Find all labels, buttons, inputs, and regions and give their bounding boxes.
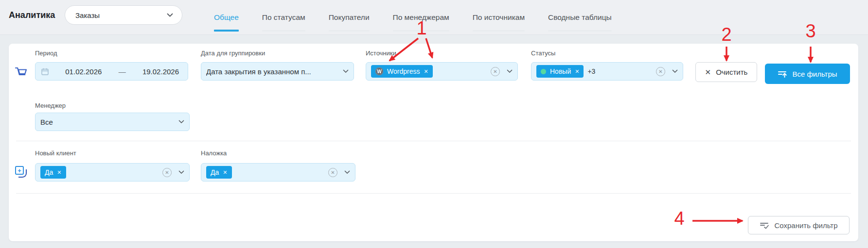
filter-save-icon <box>760 221 769 230</box>
period-label: Период <box>35 50 57 57</box>
chevron-down-icon <box>344 170 350 174</box>
report-select-value: Заказы <box>75 11 167 19</box>
period-field[interactable]: 01.02.2026 — 19.02.2026 <box>35 62 188 81</box>
clear-field-icon[interactable]: ✕ <box>328 168 337 177</box>
filter-expand-icon <box>778 70 787 78</box>
calendar-icon <box>41 68 49 75</box>
clear-field-icon[interactable]: ✕ <box>162 168 172 177</box>
page-title: Аналитика <box>9 10 55 20</box>
analytics-screen: Аналитика Заказы Общее По статусам Покуп… <box>0 0 868 248</box>
tabs-nav: Общее По статусам Покупатели По менеджер… <box>214 0 612 34</box>
cod-label: Наложка <box>201 149 227 157</box>
period-separator: — <box>119 67 126 76</box>
chevron-down-icon <box>672 69 678 73</box>
group-date-label: Дата для группировки <box>201 50 265 57</box>
statuses-label: Статусы <box>531 50 555 57</box>
new-client-multiselect[interactable]: Да ✕ ✕ <box>35 163 190 182</box>
tab-pivot-tables[interactable]: Сводные таблицы <box>548 0 612 34</box>
tab-by-status[interactable]: По статусам <box>262 0 305 34</box>
new-client-label: Новый клиент <box>35 149 76 157</box>
tab-by-sources[interactable]: По источникам <box>473 0 525 34</box>
period-from: 01.02.2026 <box>65 67 102 76</box>
remove-tag-icon[interactable]: ✕ <box>57 169 61 176</box>
sources-label: Источники <box>366 50 396 57</box>
group-date-select[interactable]: Дата закрытия в указанном п... <box>201 62 354 81</box>
close-icon: ✕ <box>705 68 711 77</box>
clear-field-icon[interactable]: ✕ <box>491 67 500 76</box>
section-divider <box>16 193 851 194</box>
filter-tag-new-status: Новый ✕ <box>536 65 584 78</box>
tab-buyers[interactable]: Покупатели <box>329 0 370 34</box>
tag-label: Да <box>211 168 219 176</box>
chevron-down-icon <box>507 69 513 73</box>
tag-label: Да <box>45 168 53 176</box>
manager-label: Менеджер <box>35 102 66 109</box>
manager-value: Все <box>40 118 53 126</box>
statuses-more-count: +3 <box>587 67 595 75</box>
cod-multiselect[interactable]: Да ✕ ✕ <box>201 163 355 182</box>
filter-tag-yes: Да ✕ <box>40 166 66 179</box>
statuses-multiselect[interactable]: Новый ✕ +3 ✕ <box>531 62 683 81</box>
filters-panel: Период Дата для группировки Источники Ст… <box>9 44 858 241</box>
all-filters-button[interactable]: Все фильтры <box>765 64 850 84</box>
status-dot-icon <box>541 69 546 74</box>
sources-multiselect[interactable]: W Wordpress ✕ ✕ <box>366 62 518 81</box>
section-divider <box>16 141 851 141</box>
remove-tag-icon[interactable]: ✕ <box>223 169 227 176</box>
tab-general[interactable]: Общее <box>214 0 239 34</box>
clear-field-icon[interactable]: ✕ <box>656 67 665 76</box>
save-filter-button[interactable]: Сохранить фильтр <box>748 216 850 234</box>
orders-cart-icon <box>15 66 28 79</box>
period-to: 19.02.2026 <box>142 67 179 76</box>
clear-filters-button[interactable]: ✕ Очистить <box>695 62 757 82</box>
filter-tag-wordpress: W Wordpress ✕ <box>371 65 433 78</box>
remove-tag-icon[interactable]: ✕ <box>575 68 579 75</box>
annotation-number-4: 4 <box>674 208 684 229</box>
chevron-down-icon <box>178 120 184 124</box>
topbar: Аналитика Заказы Общее По статусам Покуп… <box>0 0 868 35</box>
annotation-number-2: 2 <box>721 24 731 45</box>
filter-tag-yes: Да ✕ <box>206 166 232 179</box>
group-date-value: Дата закрытия в указанном п... <box>206 67 311 76</box>
remove-tag-icon[interactable]: ✕ <box>424 68 428 75</box>
manager-select[interactable]: Все <box>35 113 190 131</box>
tag-label: Новый <box>550 67 571 75</box>
wordpress-icon: W <box>375 67 383 75</box>
annotation-number-1: 1 <box>416 18 426 39</box>
add-filter-icon[interactable]: + <box>15 166 27 178</box>
annotation-number-3: 3 <box>805 21 815 42</box>
tag-label: Wordpress <box>387 67 420 75</box>
report-type-select[interactable]: Заказы <box>65 5 182 25</box>
chevron-down-icon <box>167 13 173 17</box>
chevron-down-icon <box>343 69 349 73</box>
chevron-down-icon <box>178 170 184 174</box>
